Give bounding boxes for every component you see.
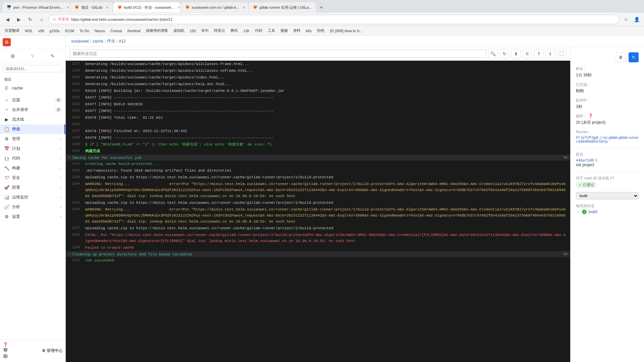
sidebar-item-monitor[interactable]: 📊 运维监控 ›: [0, 192, 65, 202]
sidebar-item-plan[interactable]: 📅 计划 ›: [0, 144, 65, 154]
bookmarks-bar: 百度翻译 WSL x99 g150s 911M To Do Nacos Cons…: [0, 26, 644, 36]
search-input[interactable]: [3, 65, 63, 72]
sidebar-item-build[interactable]: 🔨 构建 ›: [0, 163, 65, 173]
sidebar-item-manage[interactable]: ⚙ 管理 ›: [0, 134, 65, 144]
log-container[interactable]: 1227Generating /builds/xuxiaowei/cache/t…: [66, 61, 570, 362]
bookmark-911m[interactable]: 911M: [63, 28, 76, 34]
job-info-panel: 🗑 ↻ 时长： 1分 36秒 已完成： 刚刚 队列中： 3秒: [570, 47, 644, 362]
bookmark-192[interactable]: 192: [188, 28, 198, 34]
bookmark-x99[interactable]: x99: [36, 28, 46, 34]
search-log-button[interactable]: 🔍: [488, 49, 498, 58]
download-log-button[interactable]: ⬇: [511, 49, 521, 58]
sidebar-item-security[interactable]: 🛡 安全 ›: [0, 173, 65, 183]
bookmark-aliyun[interactable]: 阿里云: [212, 27, 227, 34]
tab-build[interactable]: 🦊 build (#12) · 作业 · xuxiaowei... ✕: [113, 2, 180, 12]
bookmark-tools[interactable]: 工具: [266, 27, 277, 34]
new-tab-button[interactable]: +: [317, 3, 326, 12]
commit-row: 提交 446af2d0 ⎘ init project: [576, 152, 639, 167]
refresh-log-button[interactable]: ↻: [500, 49, 509, 58]
bookmark-reject[interactable]: 拒绝: [315, 27, 326, 34]
log-line: 1228Generating /builds/xuxiaowei/cache/t…: [66, 67, 570, 74]
bookmark-blog[interactable]: 徐晓伟的博客: [144, 27, 170, 34]
job-select[interactable]: build: [576, 192, 639, 199]
forward-button[interactable]: ▶: [14, 15, 23, 24]
tab-icon-pve: 🖥️: [7, 5, 11, 10]
tab-pve[interactable]: 🖥️ pve - Proxmox Virtual Enviro... ✕: [3, 2, 70, 12]
help-icon[interactable]: ❓ 帮助: [3, 342, 8, 359]
breadcrumb-jobs[interactable]: 作业: [107, 38, 115, 44]
log-line-content: Job succeeded: [83, 257, 570, 263]
log-line-number: 1241: [66, 161, 83, 167]
bookmark-star-button[interactable]: ☆: [621, 15, 631, 24]
sidebar-item-analyze[interactable]: 📈 分析 ›: [0, 202, 65, 212]
runner-value[interactable]: #7 (e7UPJjg9_) my-gitlab-gitlab-runner-6…: [576, 135, 639, 143]
address-bar[interactable]: ⚠ 不安全 https://gitlab.test.helm.xuxiaowei…: [48, 15, 619, 24]
sidebar-icon-edit[interactable]: ✎: [48, 51, 57, 61]
bookmark-tencent[interactable]: 腾讯: [228, 27, 240, 34]
tab-close-k8s[interactable]: ✕: [243, 6, 245, 9]
tab-close-gitlab[interactable]: ✕: [106, 6, 109, 9]
sidebar-icon-home[interactable]: ⊞: [8, 51, 17, 61]
admin-center-button[interactable]: ⚙ 管理中心: [42, 348, 63, 354]
sidebar-item-code[interactable]: { } 代码 ›: [0, 154, 65, 163]
copy-commit-icon[interactable]: ⎘: [595, 158, 597, 163]
bookmark-nacos[interactable]: Nacos: [93, 28, 107, 34]
bookmark-jjk[interactable]: JJK: [241, 28, 251, 34]
log-line-content: 83477 [INFO] ---------------------------…: [83, 95, 570, 101]
timeout-help-icon[interactable]: ❓: [588, 114, 593, 118]
log-line-content: WARNING: Retrying... error=Put "https://…: [83, 181, 570, 199]
bookmark-consul[interactable]: Consul: [108, 28, 124, 34]
sidebar-item-jobs[interactable]: 📋 作业: [0, 124, 65, 134]
bookmark-sentinel[interactable]: Sentinel: [125, 28, 143, 34]
log-search[interactable]: [70, 50, 486, 58]
log-line-content: Uploading cache.zip to https://minio.tes…: [83, 200, 570, 206]
sidebar-item-merge-requests[interactable]: ⑂ 合并请求 0: [0, 105, 65, 115]
profile-button[interactable]: 👤: [632, 15, 641, 24]
bookmark-huawei[interactable]: 华为: [199, 27, 211, 34]
tab-runner[interactable]: 🦊 gitlab runner 应用·运维 | GitLa... ✕: [249, 2, 316, 12]
log-section-row[interactable]: ▾ Cleaning up project directory and file…: [66, 251, 570, 257]
refresh-button[interactable]: ↻: [25, 15, 35, 24]
delete-job-button[interactable]: 🗑: [616, 52, 626, 62]
log-line-content: .m2/repository: found 2018 matching arti…: [83, 168, 570, 174]
bookmark-todo[interactable]: To Do: [77, 28, 91, 34]
retry-job-button[interactable]: ↻: [629, 52, 639, 62]
bookmark-008[interactable]: (5) [008] How to S...: [328, 28, 365, 34]
bookmark-wsl[interactable]: WSL: [23, 28, 35, 34]
fullscreen-button[interactable]: ⛶: [557, 49, 566, 58]
related-job-name[interactable]: build: [589, 209, 597, 214]
sidebar-item-pipelines[interactable]: ▶ 流水线: [0, 115, 65, 124]
monitor-chevron: ›: [60, 195, 61, 199]
breadcrumb-project[interactable]: cache: [93, 39, 103, 44]
log-line-content: Generating /builds/xuxiaowei/cache/targe…: [83, 68, 570, 74]
bookmark-materials[interactable]: 资料: [291, 27, 303, 34]
home-button[interactable]: ⌂: [37, 15, 46, 24]
copy-log-button[interactable]: ⎘: [523, 49, 532, 58]
log-search-input[interactable]: [70, 50, 486, 58]
bookmark-video[interactable]: 视频: [278, 27, 290, 34]
tab-close-pve[interactable]: ✕: [66, 6, 69, 9]
app-layout: G ⊞ ⑂ ✎ 项目 C cache ○ 议题 0 ⑂ 合并请求: [0, 36, 644, 362]
bookmark-vm[interactable]: 虚拟机: [171, 27, 186, 34]
sidebar-item-issues[interactable]: ○ 议题 0: [0, 95, 65, 105]
log-line: 1242.m2/repository: found 2018 matching …: [66, 167, 570, 174]
breadcrumb-owner[interactable]: xuxiaowei: [71, 39, 89, 44]
scroll-top-button[interactable]: ⇑: [534, 49, 543, 58]
tab-close-build[interactable]: ✕: [177, 6, 180, 9]
bookmark-k8s[interactable]: k8s: [304, 28, 314, 34]
sidebar-icon-merge[interactable]: ⑂: [28, 51, 37, 61]
log-section-row[interactable]: ▾ Saving cache for successful job 00: [66, 155, 570, 161]
tab-k8s[interactable]: 🦊 xuxiaowei-com-cn / gitlab-k... ✕: [181, 2, 248, 12]
sidebar-item-deploy[interactable]: 🚀 部署 ›: [0, 183, 65, 192]
sidebar-item-cache[interactable]: C cache: [0, 83, 65, 93]
back-button[interactable]: ◀: [3, 15, 12, 24]
tab-gitlab[interactable]: 🦊 项目 · GitLab ✕: [70, 2, 113, 12]
tab-close-runner[interactable]: ✕: [315, 6, 316, 9]
bookmark-g150s[interactable]: g150s: [48, 28, 62, 34]
scroll-bottom-button[interactable]: ⇓: [545, 49, 555, 58]
log-line-content: 83410 [INFO] Building jar: /builds/xuxia…: [83, 88, 570, 94]
bookmark-fanyi[interactable]: 百度翻译: [3, 27, 21, 34]
commit-hash-link[interactable]: 446af2d0: [576, 158, 594, 163]
sidebar-item-settings[interactable]: ⚙ 设置 ›: [0, 212, 65, 222]
bookmark-code[interactable]: 代码: [253, 27, 264, 34]
